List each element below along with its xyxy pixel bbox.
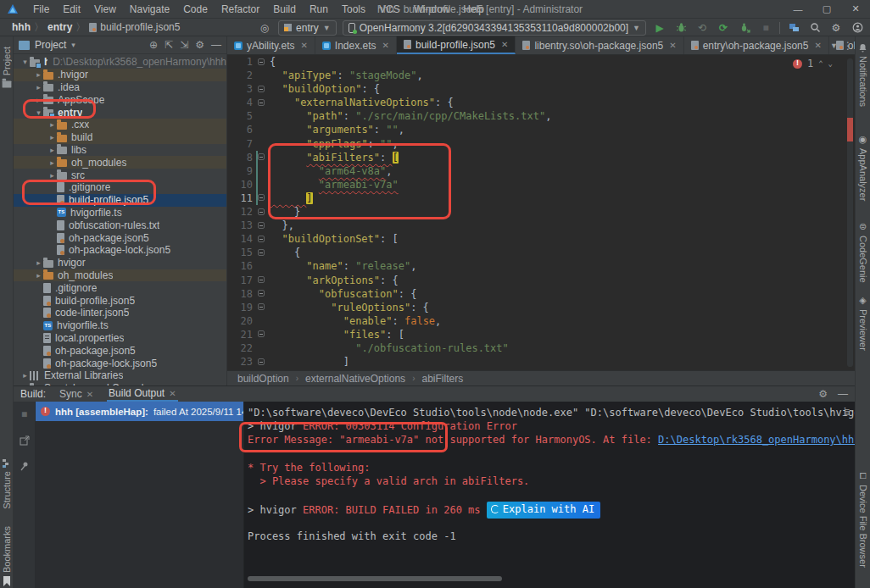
build-console[interactable]: ≣ "D:\software\deveco\DevEco Studio\tool… <box>244 402 855 588</box>
tab-options-kebab-icon[interactable]: ⋮ <box>843 40 853 52</box>
debug-button[interactable] <box>673 20 689 36</box>
soft-wrap-icon[interactable]: ≣ <box>844 407 850 418</box>
breadcrumb-abiFilters[interactable]: abiFilters <box>421 373 463 385</box>
close-icon[interactable]: ✕ <box>86 390 93 399</box>
tree-item-local-properties[interactable]: local.properties <box>14 332 226 345</box>
code-editor[interactable]: 1{2 "apiType": "stageMode",3 "buildOptio… <box>227 55 855 370</box>
close-tab-icon[interactable]: ✕ <box>382 41 389 50</box>
panel-settings-gear-icon[interactable]: ⚙ <box>195 39 204 51</box>
collapse-all-icon[interactable]: ⇲ <box>180 39 188 51</box>
tree-item--hvigor[interactable]: ▸.hvigor <box>14 69 226 81</box>
tree-item--cxx[interactable]: ▸.cxx <box>14 119 226 131</box>
attach-debugger-button[interactable] <box>737 20 752 36</box>
tree-item-external-libraries[interactable]: ▸External Libraries <box>14 369 226 382</box>
search-everywhere-icon[interactable] <box>807 20 823 36</box>
chevron-collapsed-icon[interactable]: ▸ <box>34 70 43 79</box>
tree-item-code-linter-json5[interactable]: code-linter.json5 <box>14 307 226 319</box>
device-selector[interactable]: OpenHarmony 3.2[d6290343394135353110a9d8… <box>343 20 646 36</box>
tree-item-hvigorfile-ts[interactable]: hvigorfile.ts <box>14 207 226 219</box>
chevron-collapsed-icon[interactable]: ▸ <box>47 158 57 167</box>
breadcrumb-externalNativeOptions[interactable]: externalNativeOptions <box>305 373 405 385</box>
tool-stripe-device-file-browser[interactable]: ⧠ Device File Browser <box>856 471 870 568</box>
fold-marker-icon[interactable] <box>258 222 265 229</box>
fold-marker-icon[interactable] <box>258 303 265 310</box>
rerun-button[interactable]: ⟳ <box>716 20 731 36</box>
tree-item-entry[interactable]: ▾entry <box>14 106 226 119</box>
inspection-widget[interactable]: 1 ⌃ ⌄ <box>793 58 833 69</box>
maximize-button[interactable]: ▢ <box>812 0 841 18</box>
fold-marker-icon[interactable] <box>258 153 265 160</box>
menu-navigate[interactable]: Navigate <box>124 2 176 17</box>
breadcrumb-buildOption[interactable]: buildOption <box>237 373 289 385</box>
tool-stripe-project[interactable]: Project <box>0 47 13 88</box>
fold-marker-icon[interactable] <box>258 236 265 242</box>
minimize-panel-icon[interactable]: — <box>838 388 848 400</box>
minimize-button[interactable]: — <box>784 0 812 18</box>
locate-file-icon[interactable]: ⊕ <box>149 39 158 51</box>
close-tab-icon[interactable]: ✕ <box>814 41 821 50</box>
next-error-chevron-icon[interactable]: ⌄ <box>828 59 833 68</box>
menu-tools[interactable]: Tools <box>336 2 371 17</box>
menu-code[interactable]: Code <box>177 2 214 17</box>
stop-build-icon[interactable]: ■ <box>21 408 27 420</box>
tree-item-appscope[interactable]: ▸AppScope <box>14 93 226 106</box>
tool-stripe-appanalyzer[interactable]: ◉ AppAnalyzer <box>856 134 870 201</box>
tool-stripe-previewer[interactable]: ◈ Previewer <box>856 295 870 351</box>
editor-tab-entry-oh-package-json5[interactable]: entry\oh-package.json5✕ <box>684 36 829 54</box>
chevron-expanded-icon[interactable]: ▾ <box>20 58 30 66</box>
close-tab-icon[interactable]: ✕ <box>300 41 307 50</box>
tree-item-obfuscation-rules-txt[interactable]: obfuscation-rules.txt <box>14 219 226 231</box>
fold-marker-icon[interactable] <box>258 208 265 215</box>
chevron-collapsed-icon[interactable]: ▸ <box>20 371 30 380</box>
tree-item-oh-package-lock-json5[interactable]: oh-package-lock.json5 <box>14 357 226 369</box>
tab-build-output[interactable]: Build Output✕ <box>107 386 177 402</box>
tree-item-build[interactable]: ▸build <box>14 131 226 144</box>
menu-edit[interactable]: Edit <box>57 2 86 17</box>
expand-all-icon[interactable]: ⇱ <box>165 39 173 51</box>
explain-with-ai-button[interactable]: Explain with AI <box>487 502 600 518</box>
editor-tab-build-profile-json5[interactable]: build-profile.json5✕ <box>397 36 516 54</box>
close-tab-icon[interactable]: ✕ <box>669 41 676 50</box>
run-button[interactable]: ▶ <box>652 20 667 36</box>
build-task-row[interactable]: hhh [assembleHap]: failed At 2025/9/11 1… <box>36 402 243 421</box>
stop-button[interactable]: ■ <box>758 20 773 36</box>
open-in-editor-icon[interactable] <box>20 435 30 446</box>
tree-item--gitignore[interactable]: .gitignore <box>14 181 226 194</box>
build-settings-gear-icon[interactable]: ⚙ <box>818 388 828 400</box>
menu-refactor[interactable]: Refactor <box>215 2 265 17</box>
tool-stripe-codegenie[interactable]: ⊜ CodeGenie <box>856 221 870 283</box>
close-button[interactable]: ✕ <box>841 0 870 18</box>
editor-scrollbar[interactable] <box>847 58 853 367</box>
fold-marker-icon[interactable] <box>258 276 265 283</box>
settings-gear-icon[interactable]: ⚙ <box>828 20 844 36</box>
tree-item-src[interactable]: ▸src <box>14 169 226 181</box>
file-link[interactable]: D:\Desktop\rk3568_openHarmony\hhh\entry\… <box>658 434 855 446</box>
tree-item-build-profile-json5[interactable]: build-profile.json5 <box>14 194 226 207</box>
fold-marker-icon[interactable] <box>258 290 265 297</box>
menu-build[interactable]: Build <box>267 2 302 17</box>
fold-marker-icon[interactable] <box>258 86 265 92</box>
tree-item-hhh[interactable]: ▾hhhD:\Desktop\rk3568_openHarmony\hhh <box>14 56 226 69</box>
module-selector[interactable]: entry▼ <box>278 20 337 36</box>
device-file-manager-icon[interactable] <box>786 20 801 36</box>
fold-marker-icon[interactable] <box>258 194 265 201</box>
menu-run[interactable]: Run <box>304 2 334 17</box>
tree-item-build-profile-json5[interactable]: build-profile.json5 <box>14 294 226 307</box>
chevron-collapsed-icon[interactable]: ▸ <box>47 146 57 154</box>
tool-stripe-structure[interactable]: Structure <box>0 458 13 509</box>
editor-tab-libentry-so-oh-package-json5[interactable]: libentry.so\oh-package.json5✕ <box>516 36 683 54</box>
close-icon[interactable]: ✕ <box>169 389 176 398</box>
tree-item-hvigor[interactable]: ▸hvigor <box>14 257 226 269</box>
chevron-collapsed-icon[interactable]: ▸ <box>47 120 57 129</box>
menu-file[interactable]: File <box>27 2 55 17</box>
chevron-expanded-icon[interactable]: ▾ <box>34 108 43 117</box>
tab-sync[interactable]: Sync✕ <box>58 386 95 402</box>
menu-view[interactable]: View <box>88 2 122 17</box>
account-profile-icon[interactable] <box>850 20 865 36</box>
breadcrumb-project[interactable]: hhh <box>12 21 31 33</box>
hide-panel-icon[interactable]: — <box>211 39 221 51</box>
editor-tab-yability-ets[interactable]: yAbility.ets✕ <box>227 36 315 54</box>
chevron-collapsed-icon[interactable]: ▸ <box>47 133 57 141</box>
fold-marker-icon[interactable] <box>258 58 265 65</box>
tree-item--gitignore[interactable]: .gitignore <box>14 281 226 294</box>
